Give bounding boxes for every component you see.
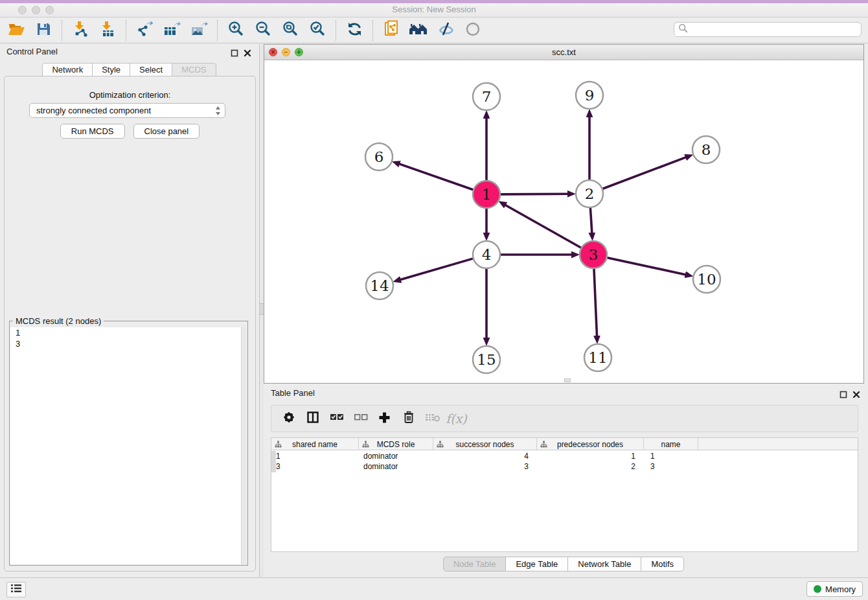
node-table[interactable]: shared name MCDS role successor nodes pr…: [271, 437, 858, 552]
cell-predecessor-nodes[interactable]: 2: [537, 461, 644, 472]
criterion-dropdown[interactable]: strongly connected component: [29, 103, 225, 118]
column-header-predecessor-nodes[interactable]: predecessor nodes: [537, 438, 644, 450]
save-session-button[interactable]: [30, 19, 57, 42]
graph-edge-1-6[interactable]: [399, 164, 473, 190]
delete-table-button[interactable]: [420, 407, 444, 430]
column-header-name[interactable]: name: [644, 438, 698, 450]
search-box[interactable]: [674, 22, 862, 37]
memory-status-icon: [814, 585, 821, 593]
graph-edge-3-10[interactable]: [607, 258, 685, 275]
tab-style[interactable]: Style: [92, 63, 130, 76]
table-tabs: Node Table Edge Table Network Table Moti…: [264, 557, 864, 571]
delete-row-button[interactable]: [396, 407, 420, 430]
column-header-filler: [698, 438, 858, 450]
hide-panel-button[interactable]: [432, 19, 459, 42]
zoom-out-button[interactable]: [249, 19, 277, 42]
table-row[interactable]: 1 dominator 4 1 1: [271, 451, 858, 461]
accent-strip: [0, 0, 868, 3]
graph-edge-3-11[interactable]: [594, 269, 597, 336]
task-history-button[interactable]: [6, 582, 26, 597]
close-panel-icon[interactable]: [852, 389, 860, 401]
status-bar: Memory: [0, 577, 868, 600]
column-label: successor nodes: [455, 440, 514, 449]
chevron-up-down-icon: [214, 105, 222, 119]
tab-mcds[interactable]: MCDS: [172, 63, 216, 76]
cell-shared-name[interactable]: 3: [271, 461, 359, 472]
close-panel-button[interactable]: Close panel: [133, 124, 200, 139]
network-canvas[interactable]: 7968124314101511: [265, 61, 863, 382]
zoom-in-icon: [227, 21, 244, 40]
graph-edge-4-14[interactable]: [400, 259, 473, 280]
export-network-button[interactable]: [131, 19, 158, 42]
clone-network-button[interactable]: [378, 19, 405, 42]
network-graph: 7968124314101511: [265, 61, 864, 384]
memory-button[interactable]: Memory: [806, 581, 863, 597]
application-window: Session: New Session: [0, 0, 868, 600]
clear-selection-button[interactable]: [348, 407, 372, 430]
cell-mcds-role[interactable]: dominator: [359, 461, 433, 472]
function-builder-button[interactable]: f(x): [444, 407, 468, 430]
graph-edge-2-3[interactable]: [590, 208, 591, 233]
network-window-titlebar[interactable]: × − + scc.txt: [264, 45, 863, 60]
column-header-successor-nodes[interactable]: successor nodes: [433, 438, 537, 450]
import-network-button[interactable]: [67, 19, 94, 42]
tab-network-table[interactable]: Network Table: [567, 557, 641, 571]
cell-name[interactable]: 1: [644, 451, 698, 461]
export-table-button[interactable]: [158, 19, 185, 42]
toolbar-separator: [372, 20, 373, 41]
result-scrollbar[interactable]: [241, 327, 247, 564]
open-folder-icon: [8, 21, 25, 40]
cell-name[interactable]: 3: [644, 461, 698, 472]
tab-edge-table[interactable]: Edge Table: [505, 557, 568, 571]
graph-node-label-8: 8: [702, 141, 711, 158]
table-row[interactable]: 3 dominator 3 2 3: [271, 461, 858, 472]
graph-node-label-1: 1: [482, 186, 492, 203]
cell-successor-nodes[interactable]: 3: [433, 461, 537, 472]
mcds-result-list[interactable]: 1 3: [10, 327, 247, 564]
home-button[interactable]: [405, 19, 432, 42]
export-network-icon: [136, 21, 153, 40]
float-panel-icon[interactable]: [839, 389, 847, 401]
add-row-button[interactable]: [372, 407, 396, 430]
zoom-in-button[interactable]: [222, 19, 249, 42]
show-panel-button[interactable]: [459, 19, 486, 42]
graph-node-label-2: 2: [585, 185, 595, 202]
column-header-shared-name[interactable]: shared name: [271, 438, 359, 450]
zoom-selected-button[interactable]: [304, 19, 331, 42]
column-header-mcds-role[interactable]: MCDS role: [359, 438, 433, 450]
float-panel-icon[interactable]: [231, 48, 238, 60]
cell-successor-nodes[interactable]: 4: [433, 451, 537, 461]
tab-network[interactable]: Network: [42, 63, 93, 76]
cell-mcds-role[interactable]: dominator: [359, 451, 433, 461]
mcds-result-item[interactable]: 1: [10, 327, 247, 338]
graph-node-label-15: 15: [477, 351, 496, 368]
cell-shared-name[interactable]: 1: [271, 451, 359, 461]
tab-node-table[interactable]: Node Table: [443, 557, 507, 571]
mcds-result-item[interactable]: 3: [10, 338, 247, 349]
graph-edge-3-1[interactable]: [505, 205, 581, 248]
refresh-button[interactable]: [341, 19, 368, 42]
network-resize-grip[interactable]: [564, 378, 571, 382]
graph-edge-2-8[interactable]: [603, 157, 687, 189]
import-table-button[interactable]: [94, 19, 121, 42]
mcds-tab-content: Optimization criterion: strongly connect…: [4, 76, 256, 571]
column-label: predecessor nodes: [557, 440, 623, 449]
select-all-button[interactable]: [325, 407, 348, 430]
table-settings-button[interactable]: [277, 407, 301, 430]
graph-edge-1-2[interactable]: [501, 194, 568, 194]
toolbar-separator: [217, 20, 218, 41]
import-network-icon: [72, 21, 89, 40]
tab-motifs[interactable]: Motifs: [641, 557, 684, 571]
search-input[interactable]: [688, 23, 861, 36]
plus-icon: [378, 411, 391, 426]
export-image-button[interactable]: [185, 19, 212, 42]
zoom-fit-button[interactable]: [277, 19, 304, 42]
table-panel-title: Table Panel: [271, 388, 315, 398]
open-session-button[interactable]: [3, 19, 30, 42]
show-columns-button[interactable]: [301, 407, 325, 430]
tab-select[interactable]: Select: [130, 63, 172, 76]
cell-predecessor-nodes[interactable]: 1: [537, 451, 644, 461]
run-mcds-button[interactable]: Run MCDS: [60, 124, 125, 139]
close-panel-icon[interactable]: [244, 48, 251, 60]
eye-icon: [464, 21, 481, 40]
